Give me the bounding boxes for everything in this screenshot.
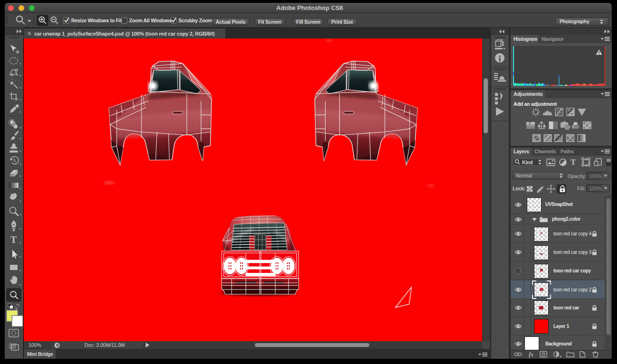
svg-text:fx: fx [529,351,533,358]
svg-text:T: T [570,158,576,167]
svg-text:T: T [10,234,17,245]
